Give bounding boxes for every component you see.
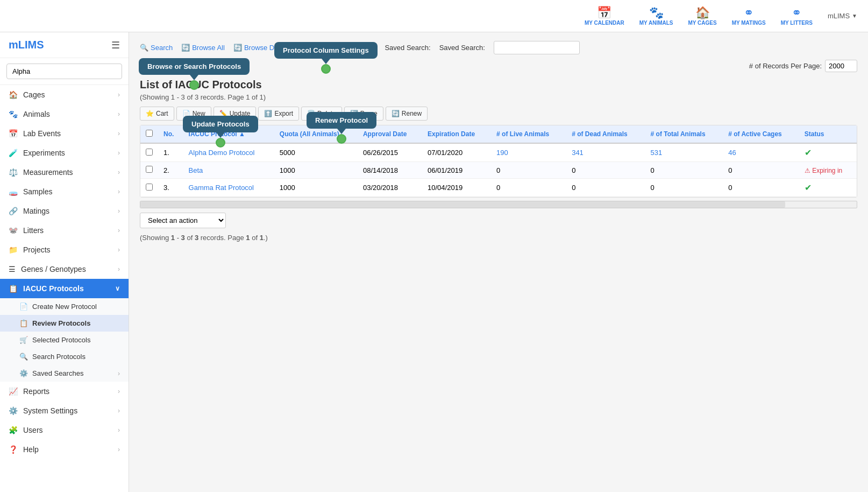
cart-button[interactable]: ⭐ Cart (140, 107, 174, 121)
sidebar-item-matings[interactable]: 🔗Matings › (0, 201, 129, 221)
chevron-right-icon: › (118, 265, 120, 273)
row1-protocol-link[interactable]: Alpha Demo Protocol (189, 149, 255, 157)
sidebar-sub-saved-searches[interactable]: ⚙️Saved Searches › (0, 365, 129, 382)
chevron-right-icon: › (118, 149, 120, 157)
settings-label: Settings (313, 44, 338, 52)
toolbar-row: 🔍 Search 🔄 Browse All 🔄 Browse Deleted ⚙… (140, 41, 857, 54)
table-row: 1. Alpha Demo Protocol 5000 06/26/2015 0… (140, 143, 857, 162)
action-select[interactable]: Select an action (140, 213, 226, 228)
saved-search-input[interactable] (494, 41, 580, 54)
purge-button[interactable]: 🔄 Purge (344, 107, 383, 121)
col-status[interactable]: Status (799, 125, 857, 143)
sidebar-item-projects[interactable]: 📁Projects › (0, 240, 129, 259)
sidebar-item-help[interactable]: ❓Help › (0, 440, 129, 459)
sidebar-projects-label: Projects (23, 245, 51, 254)
row2-expiration: 06/01/2019 (422, 162, 491, 179)
nav-user[interactable]: mLIMS ▼ (828, 12, 857, 20)
nav-my-animals[interactable]: 🐾 MY ANIMALS (639, 6, 673, 26)
row1-total-link[interactable]: 531 (651, 149, 663, 157)
row2-no: 2. (158, 162, 183, 179)
row1-live-link[interactable]: 190 (496, 149, 508, 157)
selected-protocols-icon: 🛒 (19, 336, 28, 344)
sidebar-item-litters[interactable]: 🐭Litters › (0, 221, 129, 240)
browse-deleted-label: Browse Deleted (244, 44, 294, 52)
sidebar-sub-search-protocols[interactable]: 🔍 Search Protocols (0, 348, 129, 365)
sidebar-item-cages[interactable]: 🏠Cages › (0, 85, 129, 104)
col-live-animals[interactable]: # of Live Animals (491, 125, 566, 143)
row2-check[interactable] (146, 166, 153, 173)
nav-my-cages[interactable]: 🏠 MY CAGES (688, 6, 717, 26)
search-label: Search (151, 44, 173, 52)
col-quota[interactable]: Quota (All Animals) (274, 125, 358, 143)
sidebar-iacuc-label: IACUC Protocols (23, 284, 84, 293)
row1-total: 531 (645, 143, 723, 162)
col-active-cages[interactable]: # of Active Cages (723, 125, 799, 143)
sidebar-item-genes-genotypes[interactable]: ☰Genes / Genotypes › (0, 259, 129, 279)
sidebar-item-animals[interactable]: 🐾Animals › (0, 104, 129, 124)
page-title: List of IACUC Protocols (140, 79, 857, 91)
sidebar-search-input[interactable] (6, 64, 122, 79)
sidebar-users-label: Users (23, 426, 43, 434)
new-button[interactable]: 📄 New (176, 107, 211, 121)
search-icon: 🔍 (140, 44, 148, 52)
row1-cages-link[interactable]: 46 (728, 149, 736, 157)
lab-events-sidebar-icon: 📅 (9, 129, 18, 138)
menu-icon[interactable]: ☰ (111, 39, 120, 51)
scroll-indicator[interactable] (140, 201, 857, 208)
nav-my-calendar[interactable]: 📅 MY CALENDAR (585, 6, 624, 26)
row2-checkbox (140, 162, 158, 179)
col-iacuc-protocol[interactable]: IACUC Protocol ▲ (183, 125, 274, 143)
search-protocols-icon: 🔍 (19, 353, 28, 361)
delete-button[interactable]: 🗑️ Delete (301, 107, 342, 121)
select-all-checkbox[interactable] (146, 130, 153, 137)
chevron-right-icon: › (118, 168, 120, 176)
browse-all-link[interactable]: 🔄 Browse All (181, 44, 225, 52)
sidebar-item-system-settings[interactable]: ⚙️System Settings › (0, 401, 129, 420)
row2-approval: 08/14/2018 (358, 162, 422, 179)
row1-check[interactable] (146, 149, 153, 156)
row3-check[interactable] (146, 184, 153, 191)
action-select-row: Select an action (140, 213, 857, 228)
sidebar-item-iacuc-protocols[interactable]: 📋IACUC Protocols ∨ (0, 279, 129, 298)
nav-my-matings[interactable]: ⚭ MY MATINGS (732, 6, 766, 26)
records-per-page-input[interactable] (825, 60, 857, 72)
search-link[interactable]: 🔍 Search (140, 44, 173, 52)
row2-protocol: Beta (183, 162, 274, 179)
create-protocol-icon: 📄 (19, 303, 28, 311)
col-total-animals[interactable]: # of Total Animals (645, 125, 723, 143)
cart-label: Cart (156, 110, 168, 117)
sidebar-item-lab-events[interactable]: 📅Lab Events › (0, 124, 129, 143)
col-expiration-date[interactable]: Expiration Date (422, 125, 491, 143)
sidebar-item-samples[interactable]: 🧫Samples › (0, 182, 129, 201)
update-button[interactable]: ✏️ Update (214, 107, 257, 121)
sidebar-reports-label: Reports (23, 387, 49, 396)
row1-status: ✔ (799, 143, 857, 162)
sidebar-sub-create[interactable]: 📄 Create New Protocol (0, 298, 129, 315)
row2-dead: 0 (566, 162, 645, 179)
sidebar-sub-review[interactable]: 📋 Review Protocols (0, 315, 129, 332)
nav-my-litters[interactable]: ⚭ MY LITTERS (781, 6, 813, 26)
sidebar-create-label: Create New Protocol (32, 303, 97, 311)
row3-protocol-link[interactable]: Gamma Rat Protocol (189, 184, 254, 192)
help-sidebar-icon: ❓ (9, 445, 18, 454)
sidebar-item-experiments[interactable]: 🧪Experiments › (0, 143, 129, 163)
records-per-page-label: # of Records Per Page: (749, 62, 822, 70)
sidebar-item-users[interactable]: 🧩Users › (0, 420, 129, 440)
records-per-page-row: # of Records Per Page: (140, 60, 857, 72)
renew-button[interactable]: 🔄 Renew (386, 107, 428, 121)
col-approval-date[interactable]: Approval Date (358, 125, 422, 143)
row1-dead-link[interactable]: 341 (572, 149, 584, 157)
nav-my-cages-label: MY CAGES (688, 20, 717, 26)
sidebar-lab-events-label: Lab Events (23, 129, 61, 138)
row2-protocol-link[interactable]: Beta (189, 166, 203, 174)
sidebar-item-reports[interactable]: 📈Reports › (0, 382, 129, 401)
browse-deleted-link[interactable]: 🔄 Browse Deleted (233, 44, 294, 52)
sidebar-sub-selected[interactable]: 🛒 Selected Protocols (0, 332, 129, 348)
export-button[interactable]: ⬆️ Export (258, 107, 299, 121)
sidebar-item-measurements[interactable]: ⚖️Measurements › (0, 163, 129, 182)
purge-label: Purge (360, 110, 378, 117)
print-link[interactable]: 🖨️ Print (347, 44, 372, 52)
col-dead-animals[interactable]: # of Dead Animals (566, 125, 645, 143)
settings-link[interactable]: ⚙️ Settings (302, 44, 338, 52)
chevron-down-icon: ∨ (115, 285, 120, 292)
